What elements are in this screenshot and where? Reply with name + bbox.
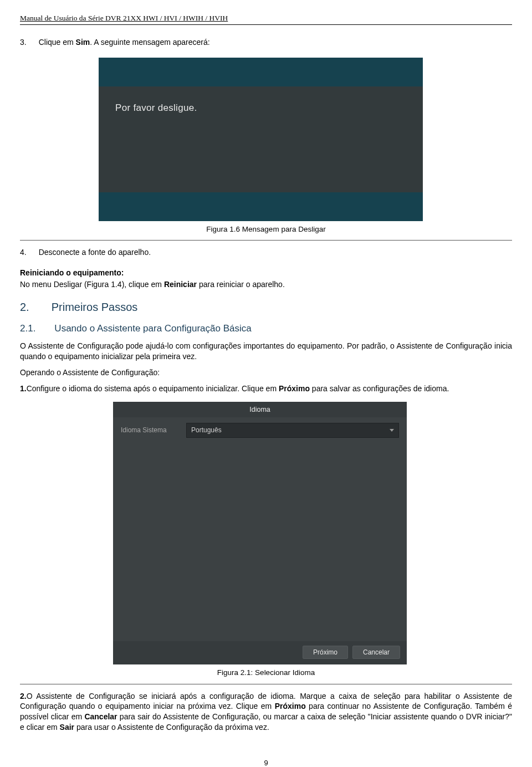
step-3: 3. Clique em Sim. A seguinte mensagem ap… (20, 37, 512, 48)
page-header: Manual de Usuário da Série DVR 21XX HWI … (20, 13, 512, 24)
language-row: Idioma Sistema Português (121, 423, 399, 437)
section-2-1-number: 2.1. (20, 323, 35, 335)
chevron-down-icon (390, 429, 394, 432)
step-3-text: Clique em Sim. A seguinte mensagem apare… (39, 37, 512, 48)
restart-line-a: No menu Desligar (Figura 1.4), clique em (20, 280, 164, 289)
op-step-1-text-c: para salvar as configurações de idioma. (310, 384, 449, 393)
restart-line-b: Reiniciar (164, 280, 197, 289)
section-2-heading: 2. Primeiros Passos (20, 300, 512, 315)
step-3-number: 3. (20, 37, 27, 48)
cancel-button[interactable]: Cancelar (352, 646, 400, 659)
caption-rule-1 (20, 240, 512, 241)
op-step-1-text-b: Próximo (279, 384, 310, 393)
language-dialog-footer: Próximo Cancelar (113, 641, 407, 664)
section-2-1-intro: O Assistente de Configuração pode ajudá-… (20, 341, 512, 362)
section-2-number: 2. (20, 300, 29, 315)
op-step-2: 2.O Assistente de Configuração se inicia… (20, 691, 512, 733)
language-dialog-title: Idioma (113, 402, 407, 418)
page-number: 9 (20, 758, 512, 767)
op-step-2-number: 2. (20, 692, 27, 700)
op-step-1-number: 1. (20, 384, 27, 393)
header-rule (20, 24, 512, 25)
op-step-2-text-d: Cancelar (84, 712, 117, 721)
op-step-2-text-f: Sair (60, 723, 74, 732)
step-3-text-b: Sim (76, 38, 90, 47)
language-dialog-body: Idioma Sistema Português (113, 417, 407, 641)
system-language-value: Português (191, 426, 222, 434)
step-3-text-a: Clique em (39, 38, 76, 47)
figure-1-6-caption: Figura 1.6 Mensagem para Desligar (20, 224, 512, 234)
restart-line-c: para reiniciar o aparelho. (197, 280, 285, 289)
system-language-select[interactable]: Português (186, 423, 399, 437)
caption-rule-2 (20, 684, 512, 684)
operating-assistant-heading: Operando o Assistente de Configuração: (20, 367, 512, 378)
shutdown-dialog: Por favor desligue. (99, 58, 423, 221)
op-step-2-text-b: Próximo (275, 702, 306, 710)
step-4: 4. Desconecte a fonte do aparelho. (20, 247, 512, 258)
step-4-number: 4. (20, 247, 27, 258)
section-2-title: Primeiros Passos (52, 300, 138, 315)
section-2-1-heading: 2.1. Usando o Assistente para Configuraç… (20, 323, 512, 335)
figure-2-1-caption: Figura 2.1: Selecionar Idioma (20, 668, 512, 678)
section-2-1-title: Usando o Assistente para Configuração Bá… (54, 323, 251, 335)
op-step-1: 1.Configure o idioma do sistema após o e… (20, 384, 512, 394)
op-step-1-text-a: Configure o idioma do sistema após o equ… (27, 384, 279, 393)
language-dialog: Idioma Idioma Sistema Português Próximo … (113, 402, 407, 665)
shutdown-message: Por favor desligue. (115, 103, 197, 113)
op-step-2-text-g: para usar o Assistente de Configuração d… (74, 723, 269, 732)
step-4-text: Desconecte a fonte do aparelho. (39, 247, 512, 258)
system-language-label: Idioma Sistema (121, 426, 170, 434)
shutdown-dialog-inner: Por favor desligue. (99, 86, 423, 192)
restart-heading: Reiniciando o equipamento: (20, 268, 512, 278)
restart-line: No menu Desligar (Figura 1.4), clique em… (20, 279, 512, 290)
step-3-text-c: . A seguinte mensagem aparecerá: (90, 38, 209, 47)
next-button[interactable]: Próximo (303, 646, 348, 659)
